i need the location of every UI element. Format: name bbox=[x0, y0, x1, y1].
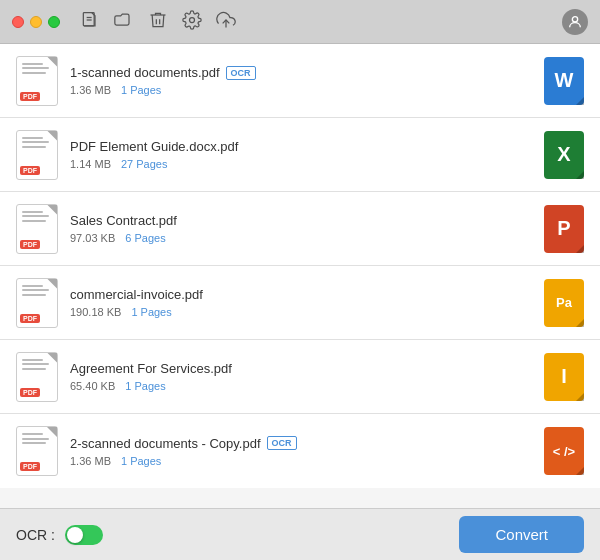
toolbar-icons bbox=[80, 10, 236, 34]
title-bar bbox=[0, 0, 600, 44]
svg-point-5 bbox=[572, 16, 577, 21]
file-info: 2-scanned documents - Copy.pdfOCR1.36 MB… bbox=[70, 436, 544, 467]
file-size: 65.40 KB bbox=[70, 380, 115, 392]
list-item: PDF Sales Contract.pdf97.03 KB6 PagesP bbox=[0, 192, 600, 266]
file-pages[interactable]: 1 Pages bbox=[131, 306, 171, 318]
file-name: Sales Contract.pdf bbox=[70, 213, 177, 228]
file-name: PDF Element Guide.docx.pdf bbox=[70, 139, 238, 154]
file-pages[interactable]: 1 Pages bbox=[121, 455, 161, 467]
ocr-toggle[interactable] bbox=[65, 525, 103, 545]
pdf-icon: PDF bbox=[16, 56, 58, 106]
svg-rect-0 bbox=[83, 12, 94, 25]
svg-point-3 bbox=[190, 17, 195, 22]
file-size: 1.36 MB bbox=[70, 455, 111, 467]
list-item: PDF commercial-invoice.pdf190.18 KB1 Pag… bbox=[0, 266, 600, 340]
file-list: PDF 1-scanned documents.pdfOCR1.36 MB1 P… bbox=[0, 44, 600, 508]
file-info: PDF Element Guide.docx.pdf1.14 MB27 Page… bbox=[70, 139, 544, 170]
format-icon[interactable]: W bbox=[544, 57, 584, 105]
file-info: Agreement For Services.pdf65.40 KB1 Page… bbox=[70, 361, 544, 392]
file-size: 1.14 MB bbox=[70, 158, 111, 170]
file-size: 97.03 KB bbox=[70, 232, 115, 244]
file-size: 1.36 MB bbox=[70, 84, 111, 96]
new-file-icon[interactable] bbox=[80, 10, 100, 34]
file-size: 190.18 KB bbox=[70, 306, 121, 318]
format-icon[interactable]: I bbox=[544, 353, 584, 401]
file-name: 1-scanned documents.pdf bbox=[70, 65, 220, 80]
toggle-knob bbox=[67, 527, 83, 543]
format-icon[interactable]: X bbox=[544, 131, 584, 179]
format-icon[interactable]: P bbox=[544, 205, 584, 253]
format-icon[interactable]: < /> bbox=[544, 427, 584, 475]
file-name: Agreement For Services.pdf bbox=[70, 361, 232, 376]
open-folder-icon[interactable] bbox=[114, 10, 134, 34]
bottom-bar: OCR : Convert bbox=[0, 508, 600, 560]
file-info: Sales Contract.pdf97.03 KB6 Pages bbox=[70, 213, 544, 244]
file-pages[interactable]: 6 Pages bbox=[125, 232, 165, 244]
file-pages[interactable]: 27 Pages bbox=[121, 158, 167, 170]
pdf-icon: PDF bbox=[16, 204, 58, 254]
convert-button[interactable]: Convert bbox=[459, 516, 584, 553]
format-icon[interactable]: Pa bbox=[544, 279, 584, 327]
pdf-icon: PDF bbox=[16, 352, 58, 402]
traffic-lights bbox=[12, 16, 60, 28]
file-pages[interactable]: 1 Pages bbox=[121, 84, 161, 96]
file-info: commercial-invoice.pdf190.18 KB1 Pages bbox=[70, 287, 544, 318]
maximize-button[interactable] bbox=[48, 16, 60, 28]
ocr-label: OCR : bbox=[16, 527, 55, 543]
list-item: PDF 1-scanned documents.pdfOCR1.36 MB1 P… bbox=[0, 44, 600, 118]
file-pages[interactable]: 1 Pages bbox=[125, 380, 165, 392]
upload-icon[interactable] bbox=[216, 10, 236, 34]
settings-icon[interactable] bbox=[182, 10, 202, 34]
file-name: commercial-invoice.pdf bbox=[70, 287, 203, 302]
list-item: PDF PDF Element Guide.docx.pdf1.14 MB27 … bbox=[0, 118, 600, 192]
list-item: PDF 2-scanned documents - Copy.pdfOCR1.3… bbox=[0, 414, 600, 488]
file-info: 1-scanned documents.pdfOCR1.36 MB1 Pages bbox=[70, 65, 544, 96]
pdf-icon: PDF bbox=[16, 426, 58, 476]
avatar[interactable] bbox=[562, 9, 588, 35]
ocr-badge: OCR bbox=[226, 66, 256, 80]
delete-icon[interactable] bbox=[148, 10, 168, 34]
file-name: 2-scanned documents - Copy.pdf bbox=[70, 436, 261, 451]
close-button[interactable] bbox=[12, 16, 24, 28]
minimize-button[interactable] bbox=[30, 16, 42, 28]
list-item: PDF Agreement For Services.pdf65.40 KB1 … bbox=[0, 340, 600, 414]
pdf-icon: PDF bbox=[16, 278, 58, 328]
pdf-icon: PDF bbox=[16, 130, 58, 180]
ocr-badge: OCR bbox=[267, 436, 297, 450]
